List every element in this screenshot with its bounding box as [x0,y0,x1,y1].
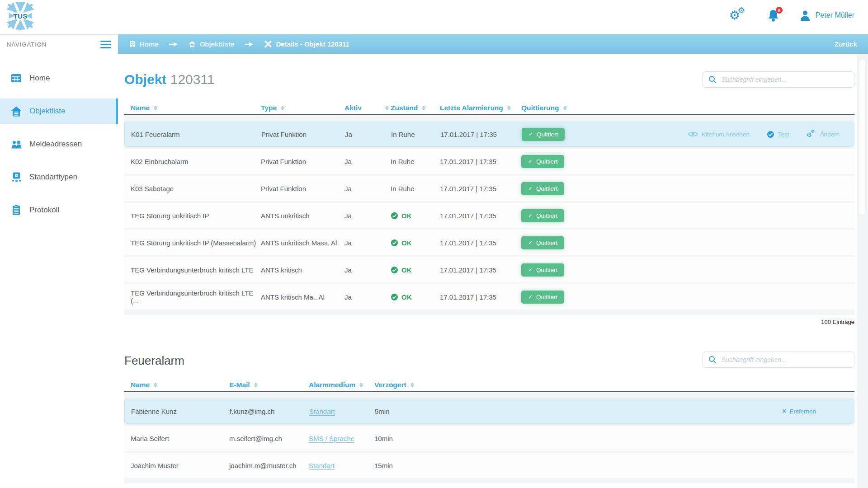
cell-alarmierung: 17.01.2017 | 17:35 [440,158,521,165]
arrow-right-icon [169,42,178,47]
cell-aktiv: Ja [344,185,391,192]
cell-type: Privat Funktion [261,185,344,192]
cell-name: K01 Feueralarm [131,131,261,138]
cell-delay: 5min [375,408,447,415]
table-row[interactable]: Joachim Muster joachim.m@muster.ch Stand… [124,453,854,478]
building-icon [129,41,136,47]
view-criterion-action[interactable]: Kiterium Ansehen [688,131,750,138]
table-row[interactable]: Maria Seifert m.seifert@img.ch SMS / Spr… [124,426,854,451]
remove-action[interactable]: × Entfernen [782,408,848,415]
sidebar-item-objektliste[interactable]: Objektliste [0,99,118,124]
cell-type: ANTS kritisch Ma.. Al [261,293,344,301]
navigation-title: NAVIGATION [7,41,47,48]
sidebar-item-label: Protokoll [29,206,59,215]
check-circle-icon [767,131,774,138]
column-header-aktiv[interactable]: Aktiv [344,104,391,112]
breadcrumb-home[interactable]: Home [129,40,159,48]
quittiert-button[interactable]: ✓Quittiert [522,128,565,141]
table-row[interactable]: TEG Verbindungsunterbruch kritisch LTE (… [124,284,854,310]
test-action[interactable]: Test [767,131,789,138]
sidebar-item-standarttypen[interactable]: Standarttypen [0,164,118,190]
check-icon: ✓ [528,267,533,273]
scrollbar-thumb[interactable] [859,59,865,215]
object-table-header: Name Type Aktiv Zustand Letzte Alarmieru… [124,102,854,115]
table-row[interactable]: K02 Einbruchalarm Privat Funktion Ja In … [124,149,854,174]
row-actions: Kiterium Ansehen Test ⚙⚙ Ändern [639,130,848,138]
cell-type: Privat Funktion [261,131,345,138]
company-logo[interactable]: TUS [5,2,35,30]
close-icon: × [782,408,786,415]
cell-email: f.kunz@img.ch [230,408,309,415]
quittiert-button[interactable]: ✓Quittiert [521,209,564,222]
check-icon: ✓ [528,212,533,219]
column-header-name[interactable]: Name [131,381,229,389]
search-input[interactable] [721,356,849,364]
table-row[interactable]: TEG Störung unkritisch IP (Massenalarm) … [124,230,854,255]
cell-zustand-ok: OK [391,293,440,301]
sidebar-item-label: Meldeadressen [29,140,82,149]
column-header-email[interactable]: E-Mail [229,381,309,389]
table-row[interactable]: TEG Störung unkritisch IP ANTS unkritisc… [124,203,854,228]
breadcrumb-home-label: Home [140,40,159,48]
column-header-letzte-alarmierung[interactable]: Letzte Alarmierung [440,104,521,112]
cell-type: ANTS unkritisch Mass. Al. [261,239,344,247]
ok-check-circle-icon [391,266,398,274]
check-icon: ✓ [528,131,533,137]
quittiert-button[interactable]: ✓Quittiert [521,291,564,304]
notification-badge: 0 [776,7,783,14]
quittiert-button[interactable]: ✓Quittiert [521,182,564,195]
sidebar-item-protokoll[interactable]: Protokoll [0,197,118,223]
column-header-alarmmedium[interactable]: Alarmmedium [309,381,374,389]
cell-aktiv: Ja [345,131,391,138]
breadcrumb-objektliste[interactable]: Objektliste [189,40,235,48]
settings-button[interactable]: ⚙⚙ [729,7,747,23]
table-row[interactable]: Fabienne Kunz f.kunz@img.ch Standart 5mi… [124,399,854,424]
check-icon: ✓ [528,158,533,164]
eye-icon [688,131,698,137]
tools-icon [264,40,272,48]
alarmmedium-link[interactable]: Standart [309,408,335,415]
cell-zustand-ok: OK [391,266,440,274]
quittiert-button[interactable]: ✓Quittiert [521,236,564,249]
entries-count: 100 Einträge [124,319,854,325]
scrollbar-track[interactable] [857,54,868,488]
column-header-quittierung[interactable]: Quittierung [521,104,639,112]
cell-name: TEG Verbindungsunterbruch kritisch LTE [131,266,261,274]
alarmmedium-link[interactable]: Standart [309,462,335,469]
ok-check-circle-icon [391,293,398,301]
breadcrumb-details-label: Details - Objekt 120311 [276,40,349,48]
cell-aktiv: Ja [344,212,391,220]
column-header-type[interactable]: Type [261,104,344,112]
breadcrumb-details[interactable]: Details - Objekt 120311 [264,40,349,48]
user-icon [799,9,811,21]
column-header-verzoegert[interactable]: Verzögert [374,381,848,389]
back-button[interactable]: Zurück [835,40,857,48]
search-input[interactable] [721,75,849,84]
breadcrumb-objektliste-label: Objektliste [200,40,235,48]
edit-action[interactable]: ⚙⚙ Ändern [806,130,840,138]
alarmmedium-link[interactable]: SMS / Sprache [309,435,354,442]
sidebar-item-home[interactable]: Home [0,66,118,91]
cell-alarmierung: 17.01.2017 | 17:35 [440,293,521,301]
sort-icon [154,383,157,387]
main-content: Objekt 120311 Name Type Aktiv Zustand Le… [118,54,868,488]
quittiert-button[interactable]: ✓Quittiert [521,155,564,168]
sidebar: Home Objektliste Meldeadressen [0,54,118,488]
cell-delay: 15min [374,462,447,469]
hamburger-menu-icon[interactable] [100,39,112,50]
column-header-name[interactable]: Name [131,104,261,112]
cell-name: K03 Sabotage [131,185,261,192]
notifications-button[interactable]: 0 [767,9,779,22]
detail-table-body: Fabienne Kunz f.kunz@img.ch Standart 5mi… [124,392,854,483]
object-search [703,71,854,88]
cell-alarmierung: 17.01.2017 | 17:35 [440,131,522,138]
sidebar-item-label: Home [29,74,50,83]
sidebar-item-label: Standarttypen [29,173,77,182]
quittiert-button[interactable]: ✓Quittiert [521,263,564,277]
table-row[interactable]: K01 Feueralarm Privat Funktion Ja In Ruh… [124,122,854,147]
column-header-zustand[interactable]: Zustand [391,104,440,112]
table-row[interactable]: K03 Sabotage Privat Funktion Ja In Ruhe … [124,176,854,201]
user-menu[interactable]: Peter Müller [799,9,854,21]
sidebar-item-meldeadressen[interactable]: Meldeadressen [0,131,118,157]
table-row[interactable]: TEG Verbindungsunterbruch kritisch LTE A… [124,257,854,282]
